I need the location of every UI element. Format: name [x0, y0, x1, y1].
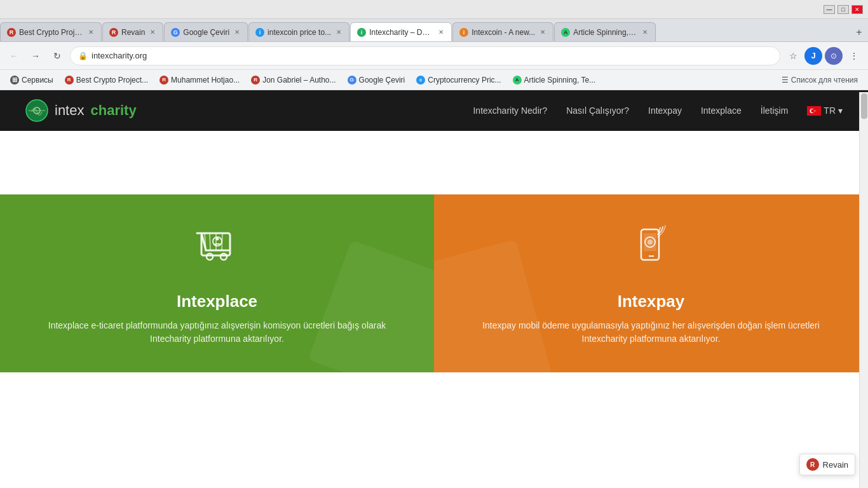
intexpay-desc: Intexpay mobil ödeme uygulamasıyla yaptı…	[472, 319, 830, 346]
tab-favicon-tab2: R	[109, 28, 118, 37]
tab-tab2[interactable]: RRevain✕	[102, 22, 163, 41]
new-tab-button[interactable]: +	[850, 24, 868, 41]
tab-close-tab6[interactable]: ✕	[538, 27, 548, 37]
nav-iletisim[interactable]: İletişim	[761, 105, 789, 116]
intexpay-title: Intexpay	[618, 292, 685, 311]
bookmark-favicon-4: G	[348, 76, 356, 85]
nav-intexcharity-nedir[interactable]: Intexcharity Nedir?	[473, 105, 547, 116]
bookmark-item-5[interactable]: cCryptocurrency Pric...	[411, 72, 506, 88]
scrollbar-thumb[interactable]	[861, 93, 867, 119]
tab-label-tab4: intexcoin price to...	[268, 28, 331, 37]
tab-label-tab2: Revain	[121, 28, 145, 37]
language-selector[interactable]: TR ▾	[807, 105, 843, 116]
maximize-button[interactable]: □	[837, 5, 849, 14]
bookmark-favicon-2: R	[159, 76, 168, 85]
tab-favicon-tab3: G	[171, 28, 180, 37]
svg-point-5	[811, 109, 815, 112]
scrollbar[interactable]	[859, 92, 868, 488]
lang-label: TR	[824, 105, 836, 116]
tab-favicon-tab6: i	[459, 28, 468, 37]
nav-intexpay[interactable]: Intexpay	[648, 105, 682, 116]
tab-close-tab1[interactable]: ✕	[86, 27, 96, 37]
minimize-button[interactable]: —	[824, 5, 835, 14]
reading-list-label: Список для чтения	[791, 76, 858, 85]
menu-button[interactable]: ⋮	[845, 47, 863, 65]
tab-tab5[interactable]: iIntexcharity – Doc...✕	[350, 22, 452, 41]
bookmark-item-1[interactable]: RBest Crypto Project...	[60, 72, 153, 88]
tab-tab1[interactable]: RBest Crypto Projec...✕	[0, 22, 102, 41]
reading-list-button[interactable]: ☰ Список для чтения	[776, 76, 863, 85]
address-text: intexcharity.org	[92, 51, 772, 60]
address-input-wrap[interactable]: 🔒 intexcharity.org	[70, 46, 780, 65]
window-chrome: — □ ✕	[0, 0, 868, 19]
tab-tab4[interactable]: iintexcoin price to...✕	[248, 22, 349, 41]
tab-favicon-tab5: i	[357, 28, 366, 37]
nav-nasil-calisiyor[interactable]: Nasıl Çalışıyor?	[566, 105, 629, 116]
tab-label-tab7: Article Spinning, T...	[573, 28, 637, 37]
reload-button[interactable]: ↻	[48, 47, 66, 65]
tab-favicon-tab1: R	[7, 28, 16, 37]
reading-list-icon: ☰	[782, 76, 789, 85]
tab-close-tab3[interactable]: ✕	[232, 27, 242, 37]
svg-point-16	[215, 237, 219, 240]
site-logo[interactable]: intexcharity	[25, 99, 137, 122]
site-header: intexcharity Intexcharity Nedir? Nasıl Ç…	[0, 90, 868, 131]
tab-bar: RBest Crypto Projec...✕RRevain✕GGoogle Ç…	[0, 19, 868, 42]
logo-text-intex: intex	[55, 102, 84, 119]
bookmark-label-3: Jon Gabriel – Autho...	[262, 76, 336, 85]
extension-button[interactable]: ⊙	[825, 47, 843, 65]
bookmark-favicon-3: R	[251, 76, 260, 85]
svg-line-10	[210, 233, 210, 250]
features-section: Intexplace Intexplace e-ticaret platform…	[0, 194, 868, 372]
feature-intexpay: Intexpay Intexpay mobil ödeme uygulaması…	[434, 194, 868, 372]
nav-intexplace[interactable]: Intexplace	[701, 105, 742, 116]
feature-intexplace: Intexplace Intexplace e-ticaret platform…	[0, 194, 434, 372]
tab-close-tab5[interactable]: ✕	[436, 27, 446, 37]
revain-widget[interactable]: R Revain	[799, 454, 855, 475]
cart-svg	[192, 222, 243, 273]
bookmark-label-2: Muhammet Hotjao...	[171, 76, 240, 85]
bookmark-item-2[interactable]: RMuhammet Hotjao...	[154, 72, 245, 88]
tab-close-tab2[interactable]: ✕	[147, 27, 158, 37]
window-controls: — □ ✕	[824, 5, 863, 14]
intexplace-title: Intexplace	[177, 292, 257, 311]
logo-text-charity: charity	[90, 102, 136, 119]
profile-button[interactable]: J	[804, 47, 822, 65]
bookmark-star-button[interactable]: ☆	[784, 47, 802, 65]
tab-close-tab7[interactable]: ✕	[640, 27, 650, 37]
forward-button[interactable]: →	[27, 47, 44, 65]
hero-area	[0, 131, 868, 194]
bookmark-label-6: Article Spinning, Te...	[524, 76, 596, 85]
tab-favicon-tab4: i	[255, 28, 264, 37]
bookmark-item-4[interactable]: GGoogle Çeviri	[342, 72, 410, 88]
lock-icon: 🔒	[78, 51, 88, 60]
tab-favicon-tab7: A	[561, 28, 570, 37]
bookmark-item-3[interactable]: RJon Gabriel – Autho...	[246, 72, 341, 88]
tab-label-tab1: Best Crypto Projec...	[19, 28, 83, 37]
tab-tab3[interactable]: GGoogle Çeviri✕	[164, 22, 248, 41]
intexplace-icon	[192, 222, 243, 281]
intexpay-icon	[626, 222, 677, 281]
bookmark-label-0: Сервисы	[22, 76, 53, 85]
tab-label-tab3: Google Çeviri	[183, 28, 229, 37]
bookmark-label-4: Google Çeviri	[359, 76, 405, 85]
bookmark-favicon-1: R	[65, 76, 74, 85]
bookmark-favicon-6: A	[513, 76, 522, 85]
bookmarks-bar: ⊞СервисыRBest Crypto Project...RMuhammet…	[0, 70, 868, 90]
bookmark-item-0[interactable]: ⊞Сервисы	[5, 72, 58, 88]
bookmark-label-5: Cryptocurrency Pric...	[428, 76, 501, 85]
close-button[interactable]: ✕	[851, 5, 863, 14]
tab-close-tab4[interactable]: ✕	[334, 27, 344, 37]
site-nav: Intexcharity Nedir? Nasıl Çalışıyor? Int…	[473, 105, 843, 116]
intexplace-desc: Intexplace e-ticaret platformunda yaptığ…	[38, 319, 396, 346]
logo-icon	[25, 99, 48, 122]
bookmark-label-1: Best Crypto Project...	[76, 76, 148, 85]
tab-tab7[interactable]: AArticle Spinning, T...✕	[554, 22, 656, 41]
back-button[interactable]: ←	[5, 47, 23, 65]
bookmark-item-6[interactable]: AArticle Spinning, Te...	[508, 72, 601, 88]
bookmark-favicon-5: c	[416, 76, 425, 85]
tab-tab6[interactable]: iIntexcoin - A new...✕	[452, 22, 553, 41]
phone-svg	[626, 222, 677, 273]
turkish-flag-icon	[807, 106, 821, 116]
tab-label-tab6: Intexcoin - A new...	[471, 28, 535, 37]
